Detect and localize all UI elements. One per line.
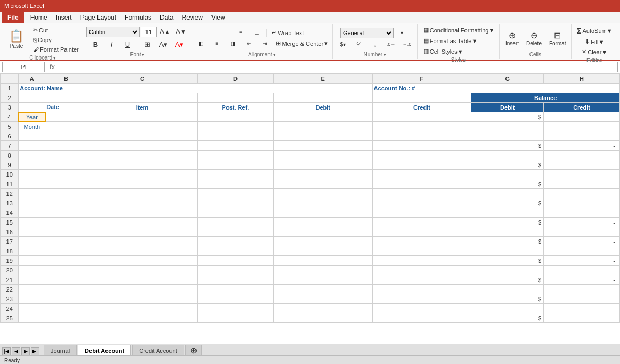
cell-b13[interactable] [45, 198, 87, 208]
cell-b15[interactable] [45, 218, 87, 227]
cell-a9[interactable] [19, 160, 45, 170]
number-expand-icon[interactable]: ▾ [384, 52, 386, 57]
cell-f20[interactable] [372, 266, 471, 275]
cell-f12[interactable] [372, 189, 471, 198]
cell-b20[interactable] [45, 266, 87, 275]
cell-a7[interactable] [19, 141, 45, 151]
col-header-c[interactable]: C [87, 74, 197, 84]
menu-page-layout[interactable]: Page Layout [76, 13, 120, 22]
cell-c18[interactable] [87, 246, 197, 256]
clear-button[interactable]: ✕ Clear▼ [579, 47, 610, 56]
cell-h7[interactable]: - [544, 141, 620, 151]
cell-b6[interactable] [45, 131, 87, 141]
cell-a21[interactable] [19, 275, 45, 285]
cell-f2[interactable] [372, 93, 471, 103]
border-button[interactable]: ⊞ [140, 39, 154, 50]
cell-c23[interactable] [87, 294, 197, 304]
cell-e21[interactable] [273, 275, 372, 285]
cell-e14[interactable] [273, 208, 372, 218]
cell-h17[interactable]: - [544, 237, 620, 246]
cell-c9[interactable] [87, 160, 197, 170]
format-button[interactable]: ⊟ Format [546, 28, 569, 49]
cell-a16[interactable] [19, 227, 45, 237]
cell-h20[interactable] [544, 266, 620, 275]
cell-f6[interactable] [372, 131, 471, 141]
cell-a20[interactable] [19, 266, 45, 275]
cell-c24[interactable] [87, 304, 197, 313]
cell-e10[interactable] [273, 170, 372, 179]
fill-color-button[interactable]: A▾ [156, 39, 170, 50]
cell-a17[interactable] [19, 237, 45, 246]
cell-h25[interactable]: - [544, 313, 620, 323]
cell-h11[interactable]: - [544, 179, 620, 189]
cell-h15[interactable]: - [544, 218, 620, 227]
cell-c20[interactable] [87, 266, 197, 275]
cell-c13[interactable] [87, 198, 197, 208]
cell-f18[interactable] [372, 246, 471, 256]
col-header-e[interactable]: E [273, 74, 372, 84]
font-size-input[interactable] [141, 27, 157, 37]
align-top-button[interactable]: ⊤ [217, 28, 232, 37]
cell-a8[interactable] [19, 151, 45, 160]
col-header-d[interactable]: D [198, 74, 274, 84]
decrease-decimal-button[interactable]: ←.0 [399, 40, 414, 48]
cell-a19[interactable] [19, 256, 45, 266]
cell-d17[interactable] [198, 237, 274, 246]
delete-button[interactable]: ⊖ Delete [524, 28, 544, 49]
cell-c7[interactable] [87, 141, 197, 151]
cell-f8[interactable] [372, 151, 471, 160]
cell-d4[interactable] [198, 112, 274, 122]
cell-g6[interactable] [471, 131, 544, 141]
cell-e9[interactable] [273, 160, 372, 170]
cell-f1[interactable]: Account No.: # [372, 84, 619, 93]
cell-f11[interactable] [372, 179, 471, 189]
cell-a4[interactable]: Year [19, 112, 45, 122]
col-header-a[interactable]: A [19, 74, 45, 84]
merge-center-button[interactable]: ⊞ Merge & Center▾ [273, 39, 330, 48]
italic-button[interactable]: I [104, 39, 119, 50]
underline-button[interactable]: U [120, 39, 135, 50]
conditional-formatting-button[interactable]: ▦ Conditional Formatting▼ [421, 26, 497, 35]
cell-g15[interactable]: $ [471, 218, 544, 227]
cell-d19[interactable] [198, 256, 274, 266]
font-name-select[interactable]: Calibri [86, 27, 140, 37]
cell-styles-button[interactable]: ▥ Cell Styles▼ [421, 47, 466, 56]
cell-g13[interactable]: $ [471, 198, 544, 208]
align-right-button[interactable]: ◨ [225, 39, 240, 48]
cell-d5[interactable] [198, 122, 274, 131]
cell-b19[interactable] [45, 256, 87, 266]
cell-h24[interactable] [544, 304, 620, 313]
percent-button[interactable]: % [352, 40, 366, 49]
cell-h9[interactable]: - [544, 160, 620, 170]
cell-b14[interactable] [45, 208, 87, 218]
cell-d23[interactable] [198, 294, 274, 304]
cell-a13[interactable] [19, 198, 45, 208]
cell-d15[interactable] [198, 218, 274, 227]
cell-e19[interactable] [273, 256, 372, 266]
cell-b7[interactable] [45, 141, 87, 151]
sheet-tab-credit[interactable]: Credit Account [132, 345, 184, 355]
align-bottom-button[interactable]: ⊥ [249, 28, 264, 37]
cell-f9[interactable] [372, 160, 471, 170]
cell-d9[interactable] [198, 160, 274, 170]
cell-b10[interactable] [45, 170, 87, 179]
cell-g14[interactable] [471, 208, 544, 218]
cell-g23[interactable]: $ [471, 294, 544, 304]
cell-b4[interactable] [45, 112, 87, 122]
align-left-button[interactable]: ◧ [193, 39, 208, 48]
cut-button[interactable]: ✂ Cut [30, 26, 81, 35]
align-center-button[interactable]: ≡ [209, 39, 224, 48]
cell-e6[interactable] [273, 131, 372, 141]
cell-f13[interactable] [372, 198, 471, 208]
cell-e5[interactable] [273, 122, 372, 131]
cell-a6[interactable] [19, 131, 45, 141]
cell-h10[interactable] [544, 170, 620, 179]
sheet-tab-journal[interactable]: Journal [44, 345, 77, 355]
sheet-nav-prev[interactable]: ◀ [12, 347, 20, 355]
cell-f14[interactable] [372, 208, 471, 218]
cell-c4[interactable] [87, 112, 197, 122]
cell-e25[interactable] [273, 313, 372, 323]
cell-d20[interactable] [198, 266, 274, 275]
cell-g21[interactable]: $ [471, 275, 544, 285]
dollar-format-button[interactable]: $▾ [336, 40, 350, 49]
